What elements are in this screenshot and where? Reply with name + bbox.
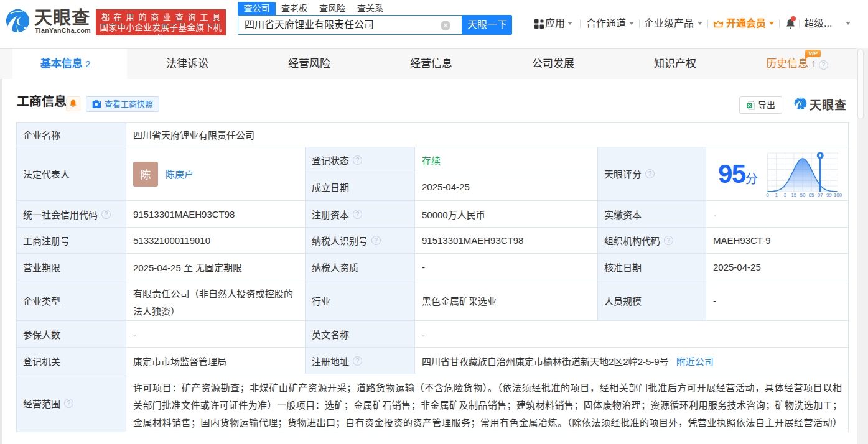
svg-text:1: 1 — [775, 192, 778, 198]
svg-text:97: 97 — [818, 192, 823, 198]
svg-text:15: 15 — [791, 192, 796, 198]
svg-text:85: 85 — [809, 192, 814, 198]
svg-text:99: 99 — [826, 192, 832, 198]
svg-text:100: 100 — [834, 192, 842, 198]
svg-text:0: 0 — [766, 192, 769, 198]
svg-text:50: 50 — [800, 192, 806, 198]
svg-text:3: 3 — [784, 192, 787, 198]
